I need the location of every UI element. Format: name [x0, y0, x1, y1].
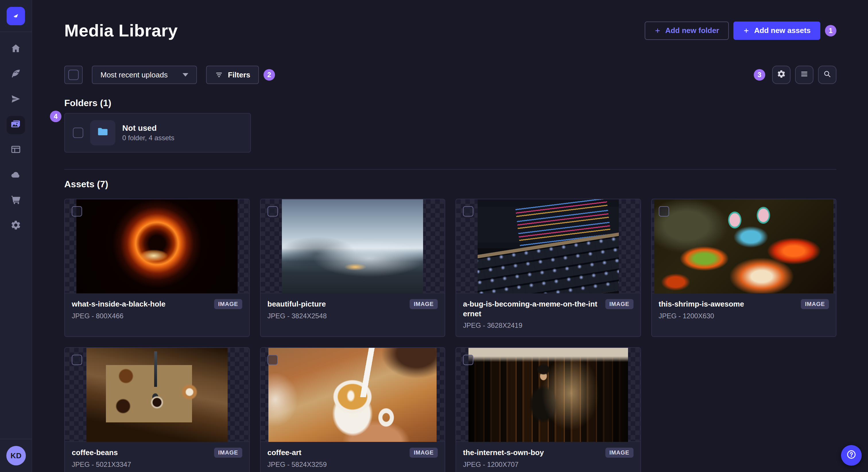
filters-label: Filters [228, 71, 250, 79]
asset-thumbnail-area [260, 199, 445, 293]
asset-checkbox[interactable] [463, 355, 473, 365]
cart-icon [10, 194, 21, 207]
asset-card[interactable]: this-shrimp-is-awesome IMAGE JPEG - 1200… [651, 199, 837, 337]
asset-card-footer: the-internet-s-own-boy IMAGE JPEG - 1200… [456, 442, 640, 472]
asset-card[interactable]: the-internet-s-own-boy IMAGE JPEG - 1200… [456, 347, 641, 472]
search-icon [823, 69, 832, 80]
asset-thumbnail [654, 199, 833, 293]
tour-badge-1[interactable]: 1 [825, 25, 836, 36]
sidebar-item-releases[interactable] [7, 91, 25, 109]
asset-type-badge: IMAGE [214, 448, 242, 458]
add-new-assets-button[interactable]: Add new assets [733, 22, 820, 40]
asset-title: what-s-inside-a-black-hole [72, 299, 166, 309]
asset-checkbox[interactable] [463, 206, 473, 216]
asset-meta: JPEG - 1200X630 [659, 312, 829, 320]
asset-card-footer: this-shrimp-is-awesome IMAGE JPEG - 1200… [652, 293, 836, 327]
filters-button[interactable]: Filters [206, 66, 259, 84]
asset-thumbnail-area [260, 348, 445, 442]
asset-meta: JPEG - 5824X3259 [268, 461, 438, 469]
asset-thumbnail [468, 348, 628, 442]
asset-card-footer: coffee-art IMAGE JPEG - 5824X3259 [260, 442, 445, 472]
folders-list: Not used 0 folder, 4 assets [64, 113, 836, 153]
asset-thumbnail [268, 348, 437, 442]
toolbar-right: 3 [749, 66, 836, 84]
assets-heading: Assets (7) [64, 179, 836, 190]
configure-view-button[interactable] [772, 66, 790, 84]
folder-icon [96, 125, 109, 140]
chevron-down-icon [183, 73, 188, 76]
tour-badge-2[interactable]: 2 [264, 69, 275, 80]
asset-meta: JPEG - 1200X707 [463, 461, 633, 469]
sidebar-item-pages[interactable] [7, 141, 25, 160]
gear-icon [10, 220, 21, 233]
sidebar-item-purchase[interactable] [7, 192, 25, 210]
asset-thumbnail [477, 199, 619, 293]
asset-title: coffee-beans [72, 448, 118, 458]
add-new-folder-button[interactable]: Add new folder [645, 22, 729, 40]
asset-type-badge: IMAGE [606, 299, 633, 309]
asset-checkbox[interactable] [72, 206, 82, 216]
page-header: Media Library Add new folder Add new ass… [64, 21, 836, 40]
toolbar: Most recent uploads Filters 2 3 [64, 66, 836, 84]
help-button[interactable] [841, 445, 862, 466]
asset-card-head: coffee-beans IMAGE [72, 448, 242, 458]
cloud-icon [10, 169, 21, 182]
asset-thumbnail-area [65, 348, 249, 442]
asset-card[interactable]: beautiful-picture IMAGE JPEG - 3824X2548 [260, 199, 445, 337]
plus-icon [743, 28, 749, 34]
asset-meta: JPEG - 5021X3347 [72, 461, 242, 469]
asset-thumbnail [86, 348, 228, 442]
sidebar-footer: KD [0, 439, 32, 472]
asset-checkbox[interactable] [72, 355, 82, 365]
asset-title: beautiful-picture [268, 299, 326, 309]
select-all-checkbox[interactable] [68, 70, 79, 80]
asset-checkbox[interactable] [268, 355, 278, 365]
sort-dropdown[interactable]: Most recent uploads [92, 66, 197, 84]
folder-subtitle: 0 folder, 4 assets [122, 134, 174, 142]
add-new-assets-label: Add new assets [754, 26, 811, 35]
sidebar-item-content[interactable] [7, 65, 25, 84]
paper-plane-icon [10, 94, 21, 106]
folder-text: Not used 0 folder, 4 assets [122, 124, 174, 142]
folder-tile [90, 120, 115, 145]
asset-card-footer: beautiful-picture IMAGE JPEG - 3824X2548 [260, 293, 445, 327]
asset-type-badge: IMAGE [410, 448, 438, 458]
avatar[interactable]: KD [6, 446, 26, 465]
asset-thumbnail [76, 199, 238, 293]
asset-thumbnail-area [456, 199, 640, 293]
asset-card-head: this-shrimp-is-awesome IMAGE [659, 299, 829, 309]
sidebar: KD [0, 0, 32, 472]
strapi-logo[interactable] [7, 7, 25, 25]
asset-meta: JPEG - 3824X2548 [268, 312, 438, 320]
sidebar-item-deploy[interactable] [7, 166, 25, 185]
asset-card[interactable]: what-s-inside-a-black-hole IMAGE JPEG - … [64, 199, 250, 337]
asset-title: coffee-art [268, 448, 301, 458]
asset-checkbox[interactable] [659, 206, 669, 216]
asset-title: this-shrimp-is-awesome [659, 299, 744, 309]
select-all-checkbox-button[interactable] [64, 66, 83, 84]
sort-dropdown-value: Most recent uploads [100, 71, 167, 79]
section-divider [64, 169, 836, 170]
asset-card[interactable]: coffee-beans IMAGE JPEG - 5021X3347 [64, 347, 250, 472]
folders-heading: Folders (1) [64, 98, 836, 108]
asset-card[interactable]: coffee-art IMAGE JPEG - 5824X3259 [260, 347, 445, 472]
folder-checkbox[interactable] [73, 128, 83, 138]
app-window: KD Media Library Add new folder Add new … [0, 0, 868, 472]
list-view-icon [800, 69, 809, 80]
gear-icon [777, 69, 786, 80]
question-mark-icon [846, 449, 857, 462]
asset-card-head: coffee-art IMAGE [268, 448, 438, 458]
main-content: Media Library Add new folder Add new ass… [33, 0, 868, 472]
asset-checkbox[interactable] [268, 206, 278, 216]
list-view-button[interactable] [795, 66, 813, 84]
folder-card[interactable]: Not used 0 folder, 4 assets [64, 113, 251, 153]
tour-badge-3[interactable]: 3 [754, 69, 765, 80]
asset-card[interactable]: a-bug-is-becoming-a-meme-on-the-internet… [456, 199, 641, 337]
tour-badge-4[interactable]: 4 [50, 111, 61, 122]
asset-thumbnail [282, 199, 423, 293]
asset-thumbnail-area [456, 348, 640, 442]
sidebar-item-media-library[interactable] [7, 116, 25, 134]
sidebar-item-settings[interactable] [7, 217, 25, 235]
sidebar-item-home[interactable] [7, 40, 25, 59]
search-button[interactable] [818, 66, 836, 84]
